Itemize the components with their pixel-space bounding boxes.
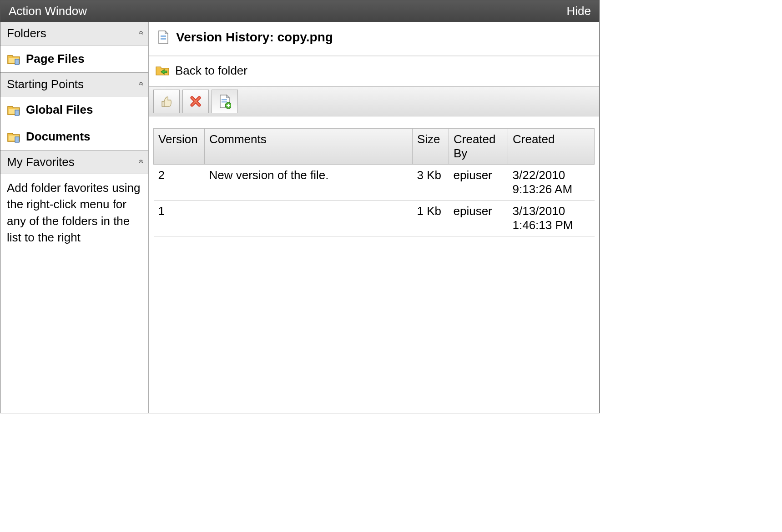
version-table-wrap: Version Comments Size Created By Created… [149,116,599,241]
back-to-folder[interactable]: Back to folder [149,56,599,86]
nav-item-label: Page Files [26,52,85,66]
section-title: My Favorites [7,155,75,169]
section-body-starting-points: Global Files Documents [0,96,148,150]
svg-rect-3 [15,110,19,115]
section-header-starting-points[interactable]: Starting Points » [0,72,148,96]
cell-comments: New version of the file. [205,165,413,201]
sidebar: Folders » Page Files Starting Poin [0,22,149,413]
body-area: Folders » Page Files Starting Poin [0,22,599,413]
cell-version: 1 [154,201,205,236]
col-version[interactable]: Version [154,129,205,165]
approve-button[interactable] [153,90,180,113]
folder-icon [7,130,21,143]
table-row[interactable]: 2 New version of the file. 3 Kb epiuser … [154,165,595,201]
nav-item-page-files[interactable]: Page Files [0,45,148,72]
titlebar: Action Window Hide [0,0,599,22]
cell-size: 3 Kb [413,165,449,201]
delete-icon [189,95,202,108]
col-size[interactable]: Size [413,129,449,165]
section-header-favorites[interactable]: My Favorites » [0,150,148,174]
table-row[interactable]: 1 1 Kb epiuser 3/13/2010 1:46:13 PM [154,201,595,236]
folder-icon [7,104,21,116]
delete-button[interactable] [182,90,209,113]
page-title-row: Version History: copy.png [149,22,599,56]
page-title: Version History: copy.png [176,30,333,45]
nav-item-documents[interactable]: Documents [0,123,148,150]
svg-rect-9 [222,101,227,102]
back-arrow-icon [155,64,171,78]
svg-rect-7 [161,38,166,40]
back-label: Back to folder [175,64,247,78]
svg-rect-1 [15,59,19,65]
thumbs-up-icon [160,95,173,108]
cell-created: 3/13/2010 1:46:13 PM [508,201,595,236]
add-file-icon [218,94,231,109]
folder-icon [7,53,21,65]
cell-created-by: epiuser [449,165,508,201]
svg-rect-5 [15,137,19,142]
file-icon [157,30,170,45]
window-title: Action Window [9,4,87,18]
svg-rect-8 [222,99,227,100]
cell-size: 1 Kb [413,201,449,236]
nav-item-label: Documents [26,130,91,144]
action-window: Action Window Hide Folders » [0,0,600,413]
main: Version History: copy.png Back to folder [149,22,599,413]
add-version-button[interactable] [212,90,238,113]
collapse-icon: » [135,161,146,163]
col-created-by[interactable]: Created By [449,129,508,165]
collapse-icon: » [135,83,146,85]
col-created[interactable]: Created [508,129,595,165]
section-body-favorites: Add folder favorites using the right-cli… [0,174,148,251]
nav-item-global-files[interactable]: Global Files [0,96,148,123]
section-header-folders[interactable]: Folders » [0,22,148,45]
section-title: Folders [7,26,46,40]
section-body-folders: Page Files [0,45,148,72]
version-table: Version Comments Size Created By Created… [153,128,595,236]
svg-rect-6 [161,35,166,37]
hide-button[interactable]: Hide [567,4,591,18]
toolbar [149,86,599,116]
favorites-hint: Add folder favorites using the right-cli… [0,174,148,251]
nav-item-label: Global Files [26,103,93,117]
col-comments[interactable]: Comments [205,129,413,165]
section-title: Starting Points [7,77,84,91]
cell-comments [205,201,413,236]
cell-created-by: epiuser [449,201,508,236]
cell-created: 3/22/2010 9:13:26 AM [508,165,595,201]
collapse-icon: » [135,32,146,34]
cell-version: 2 [154,165,205,201]
